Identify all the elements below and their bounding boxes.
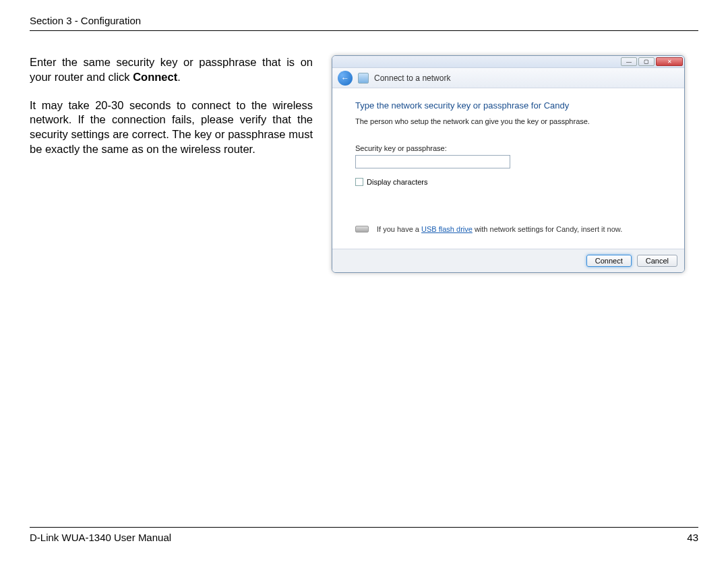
nav-strip: ← Connect to a network — [332, 68, 684, 88]
usb-text: If you have a USB flash drive with netwo… — [377, 225, 622, 233]
button-bar: Connect Cancel — [332, 249, 684, 272]
instruction-p1: Enter the same security key or passphras… — [30, 55, 313, 85]
dialog-subtext: The person who setup the network can giv… — [355, 117, 661, 125]
usb-link[interactable]: USB flash drive — [421, 225, 473, 233]
cancel-button[interactable]: Cancel — [637, 255, 677, 267]
page-number: 43 — [687, 532, 698, 543]
nav-title: Connect to a network — [374, 73, 450, 83]
connect-dialog: — ▢ ✕ ← Connect to a network Type the ne… — [332, 55, 685, 273]
minimize-button[interactable]: — — [621, 57, 637, 66]
titlebar: — ▢ ✕ — [332, 56, 684, 68]
instruction-text: Enter the same security key or passphras… — [30, 55, 313, 170]
security-key-input[interactable] — [355, 155, 510, 168]
connect-bold: Connect — [133, 71, 177, 83]
section-header: Section 3 - Configuration — [30, 15, 698, 31]
text: If you have a — [377, 225, 421, 233]
display-chars-label: Display characters — [367, 178, 427, 186]
usb-icon — [355, 226, 369, 232]
back-icon[interactable]: ← — [338, 71, 353, 86]
network-icon — [358, 73, 369, 84]
close-button[interactable]: ✕ — [656, 57, 683, 66]
connect-button[interactable]: Connect — [586, 255, 632, 267]
text: . — [177, 71, 181, 83]
page-footer: D-Link WUA-1340 User Manual 43 — [30, 527, 698, 543]
text: with network settings for Candy, insert … — [473, 225, 622, 233]
display-chars-row[interactable]: Display characters — [355, 178, 661, 186]
checkbox-icon[interactable] — [355, 178, 363, 186]
dialog-heading: Type the network security key or passphr… — [355, 100, 661, 111]
usb-hint-row: If you have a USB flash drive with netwo… — [355, 225, 661, 233]
manual-name: D-Link WUA-1340 User Manual — [30, 532, 171, 543]
dialog-body: Type the network security key or passphr… — [332, 88, 684, 249]
field-label: Security key or passphrase: — [355, 144, 661, 152]
instruction-p2: It may take 20-30 seconds to connect to … — [30, 98, 313, 157]
content-row: Enter the same security key or passphras… — [30, 55, 698, 273]
maximize-button[interactable]: ▢ — [638, 57, 655, 66]
